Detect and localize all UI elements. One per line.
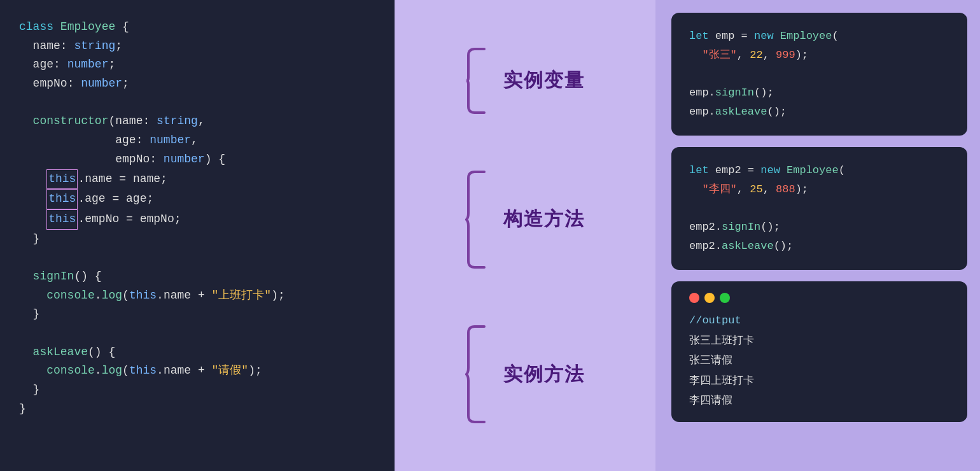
output-line-4: 李四请假 [689, 390, 949, 410]
left-code-panel: class Employee { name: string; age: numb… [0, 0, 395, 471]
code-card-emp1: let emp = new Employee( "张三", 22, 999); … [671, 13, 967, 136]
label-constructor: 构造方法 [503, 206, 585, 232]
middle-panel: 实例变量 构造方法 实例方法 [395, 0, 655, 471]
section-constructor: 构造方法 [407, 169, 643, 271]
label-instance-methods: 实例方法 [503, 362, 585, 388]
dot-red [689, 293, 699, 303]
output-line-1: 张三上班打卡 [689, 330, 949, 350]
section-instance-methods: 实例方法 [407, 323, 643, 425]
output-line-3: 李四上班打卡 [689, 370, 949, 390]
bracket-icon-methods [465, 323, 491, 425]
label-instance-vars: 实例变量 [503, 67, 585, 94]
window-controls [689, 293, 949, 303]
output-line-2: 张三请假 [689, 350, 949, 370]
section-instance-vars: 实例变量 [407, 46, 643, 116]
code-card-emp2: let emp2 = new Employee( "李四", 25, 888);… [671, 147, 967, 270]
dot-yellow [704, 293, 715, 303]
dot-green [720, 293, 730, 303]
output-card: //output 张三上班打卡 张三请假 李四上班打卡 李四请假 [671, 281, 967, 422]
right-panel: let emp = new Employee( "张三", 22, 999); … [655, 0, 980, 471]
bracket-icon-vars [465, 46, 491, 116]
bracket-icon-constructor [465, 169, 491, 271]
output-comment: //output [689, 311, 949, 330]
code-block: class Employee { name: string; age: numb… [19, 18, 375, 418]
